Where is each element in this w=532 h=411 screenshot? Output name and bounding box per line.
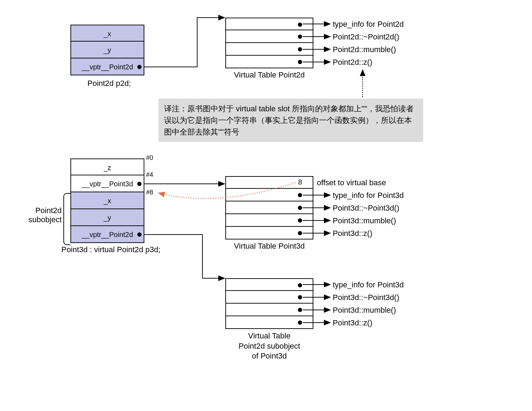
pointer-dot xyxy=(298,35,302,39)
entry-label: offset to virtual base xyxy=(317,178,386,187)
vtable-point2d xyxy=(225,18,313,68)
entry-label: Point3d::~Point3d() xyxy=(333,293,399,302)
vtable-point3d-sub xyxy=(225,278,313,329)
pointer-dot xyxy=(137,182,142,186)
field-y: _y xyxy=(70,209,144,226)
field-x: _x xyxy=(70,25,144,42)
offset-0: #0 xyxy=(146,154,153,162)
vtable-slot xyxy=(225,304,313,316)
memory-layout-diagram: _x _y __vptr__Point2d Point2d p2d; Virtu… xyxy=(7,7,532,411)
pointer-dot xyxy=(298,283,302,287)
field-x: _x xyxy=(70,192,144,209)
entry-label: Point3d::mumble() xyxy=(333,306,396,315)
vtable-slot xyxy=(225,43,313,56)
entry-label: Point3d::mumble() xyxy=(333,216,396,225)
vtable-slot xyxy=(225,227,313,239)
vtable-3d-sub-caption: Virtual Table Point2d subobject of Point… xyxy=(218,331,320,361)
field-z: _z xyxy=(70,158,144,175)
vtable-slot xyxy=(225,316,313,329)
pointer-dot xyxy=(298,218,302,223)
offset-4: #4 xyxy=(146,171,153,179)
vtable-slot xyxy=(225,291,313,304)
entry-label: type_info for Point3d xyxy=(333,280,404,289)
field-vptr-point3d: __vptr__Point3d xyxy=(70,175,144,192)
vtable-slot xyxy=(225,189,313,201)
vptr-label: __vptr__Point2d xyxy=(82,231,133,238)
field-vptr-point2d: __vptr__Point2d xyxy=(70,226,144,243)
pointer-dot xyxy=(298,320,302,325)
entry-label: Point3d::~Point3d() xyxy=(333,204,399,213)
offset-value: 8 xyxy=(298,178,302,186)
field-y: _y xyxy=(70,42,144,58)
entry-label: Point3d::z() xyxy=(333,318,373,328)
point3d-object: _z __vptr__Point3d _x _y __vptr__Point2d xyxy=(70,158,144,243)
pointer-dot xyxy=(298,295,302,299)
pointer-dot xyxy=(298,308,302,312)
vtable-slot xyxy=(225,201,313,214)
entry-label: type_info for Point2d xyxy=(333,20,404,29)
entry-label: Point2d::z() xyxy=(333,58,373,67)
vptr-label: __vptr__Point3d xyxy=(82,180,133,188)
subobject-bracket xyxy=(63,193,70,245)
vtable-slot xyxy=(225,56,313,68)
pointer-dot xyxy=(298,47,302,51)
pointer-dot xyxy=(298,193,302,197)
pointer-dot xyxy=(298,231,302,235)
offset-8: #8 xyxy=(146,189,153,196)
point2d-object: _x _y __vptr__Point2d xyxy=(70,25,144,75)
point2d-caption: Point2d p2d; xyxy=(77,79,141,88)
pointer-dot xyxy=(298,60,302,64)
vtable-slot xyxy=(225,214,313,227)
entry-label: Point2d::~Point2d() xyxy=(333,32,399,42)
field-vptr-point2d: __vptr__Point2d xyxy=(70,58,144,75)
entry-label: Point2d::mumble() xyxy=(333,45,396,54)
vtable-slot xyxy=(225,30,313,43)
pointer-dot xyxy=(137,232,142,237)
vtable-slot xyxy=(225,18,313,30)
vtable-slot: 8 xyxy=(225,176,313,189)
point3d-caption: Point3d : virtual Point2d p3d; xyxy=(51,245,171,254)
translator-note: 译注：原书图中对于 virtual table slot 所指向的对象都加上""… xyxy=(158,99,423,142)
vtable-2d-caption: Virtual Table Point2d xyxy=(218,70,320,80)
entry-label: Point3d::z() xyxy=(333,229,373,238)
vtable-point3d: 8 xyxy=(225,176,313,239)
entry-label: type_info for Point3d xyxy=(333,191,404,200)
pointer-dot xyxy=(298,23,302,27)
subobject-label: Point2d subobject xyxy=(26,206,62,224)
vptr-label: __vptr__Point2d xyxy=(82,63,133,71)
vtable-slot xyxy=(225,278,313,291)
pointer-dot xyxy=(298,206,302,210)
pointer-dot xyxy=(137,65,142,69)
note-text: 译注：原书图中对于 virtual table slot 所指向的对象都加上""… xyxy=(164,104,414,136)
vtable-3d-caption: Virtual Table Point3d xyxy=(218,242,320,251)
